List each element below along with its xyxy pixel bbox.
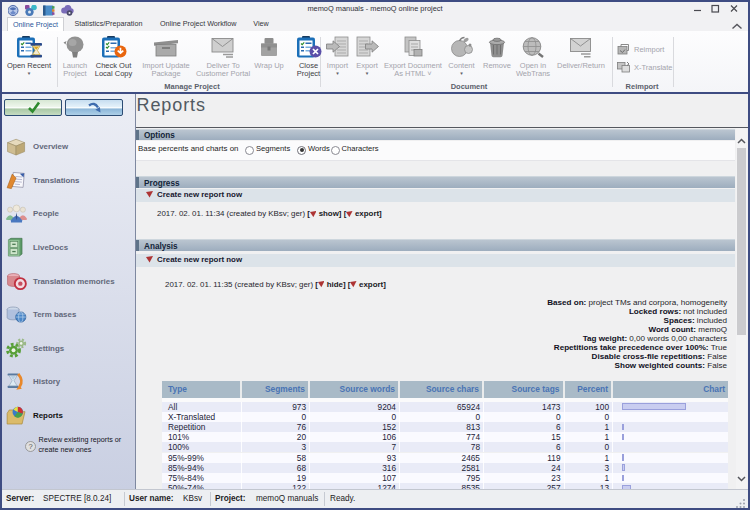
svg-text:?: ? xyxy=(28,442,32,451)
